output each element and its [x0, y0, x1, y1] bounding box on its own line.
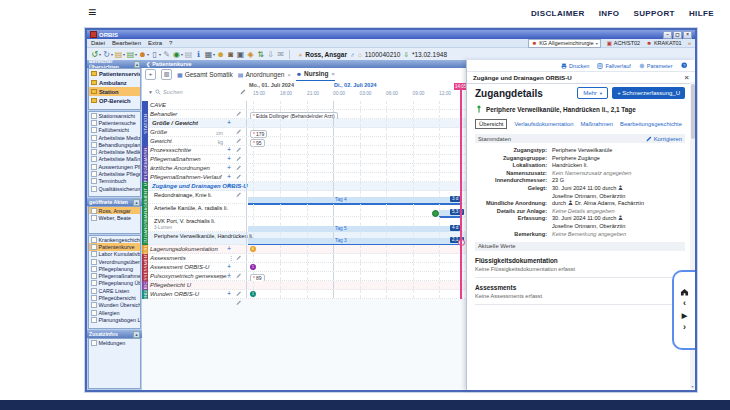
add-entry-button[interactable]: +: [227, 272, 231, 279]
sidebar-item-terminbuch[interactable]: Terminbuch: [89, 178, 140, 185]
add-tab-button[interactable]: +: [145, 69, 156, 80]
module-bericht[interactable]: BERICHT: [142, 281, 148, 290]
nav-forward-icon-caret[interactable]: ▾: [111, 52, 113, 57]
sidebar-item-patientensuche[interactable]: Patientensuche: [89, 119, 140, 126]
sidebar-item-planungsbogen-liste[interactable]: Planungsbogen Liste: [89, 316, 140, 323]
add-entry-button[interactable]: +: [227, 263, 231, 270]
add-entry-button[interactable]: +: [227, 119, 231, 126]
sidebar-item-station[interactable]: Station: [89, 87, 140, 96]
sidebar-item-meldungen[interactable]: Meldungen: [89, 339, 140, 346]
panel-tab-bearbeitungsgeschichte[interactable]: Bearbeitungsgeschichte: [620, 121, 682, 127]
module-pflegemassnahmen[interactable]: PFLEGEMASSN.: [142, 146, 148, 182]
collapse-up-icon[interactable]: ▴: [134, 61, 140, 68]
close-panel-icon[interactable]: ×: [684, 73, 689, 82]
sidebar-item-patientenkurve[interactable]: Patientenkurve: [89, 243, 140, 250]
sign-icon[interactable]: ◉: [172, 50, 181, 59]
patient-list-icon[interactable]: ☻: [138, 50, 147, 59]
sidebar-item-allergien[interactable]: Allergien: [89, 309, 140, 316]
help-button[interactable]: ?: [681, 62, 688, 69]
sidebar-item-pflege-bersicht[interactable]: Pflegeübersicht: [89, 294, 140, 301]
close-tab-icon[interactable]: ×: [332, 71, 335, 77]
add-entry-button[interactable]: +: [227, 164, 231, 171]
collapse-up-icon[interactable]: ▴: [133, 199, 140, 206]
pencil-icon[interactable]: [240, 89, 246, 95]
sidebar-item-wunden-bersicht[interactable]: Wunden Übersicht: [89, 302, 140, 309]
module-assessment[interactable]: ASSESSMENT: [142, 254, 148, 281]
close-button[interactable]: ×: [683, 31, 692, 39]
play-button[interactable]: ▶: [682, 311, 687, 320]
filter-icon[interactable]: ▼: [148, 89, 153, 95]
menu-datei[interactable]: Datei: [91, 40, 105, 46]
sidebar-item-krankengeschichte[interactable]: Krankengeschichte: [89, 236, 140, 243]
row-search[interactable]: ▼ Suchen: [148, 85, 246, 98]
sidebar-item-verordnungs-bersicht[interactable]: Verordnungsübersicht: [89, 258, 140, 265]
link-disclaimer[interactable]: DISCLAIMER: [531, 9, 585, 18]
sidebar-item-pflegeplanung[interactable]: Pflegeplanung: [89, 265, 140, 272]
sidebar-item-arbeitsliste-medikation[interactable]: Arbeitsliste Medikation: [89, 148, 140, 155]
sidebar-header-akten[interactable]: geöffnete Akten ▴: [87, 198, 142, 206]
patient-list-icon-caret[interactable]: ▾: [147, 52, 149, 57]
link-support[interactable]: SUPPORT: [633, 9, 674, 18]
menu-help[interactable]: ?: [169, 40, 172, 46]
forward-button[interactable]: ›: [683, 323, 686, 332]
tab-gesamt-somatik[interactable]: ▦ Gesamt Somatik: [177, 69, 233, 81]
collapse-up-icon[interactable]: ▴: [133, 331, 140, 338]
sidebar-item-behandlungsplanung[interactable]: Behandlungsplanung: [89, 141, 140, 148]
logout-icon[interactable]: »: [688, 40, 691, 46]
add-entry-button[interactable]: +: [227, 173, 231, 180]
edit-document-icon[interactable]: ✎: [162, 50, 171, 59]
lock-icon[interactable]: ◈: [246, 50, 255, 59]
new-document-icon[interactable]: ▯: [150, 50, 159, 59]
sidebar-item-ambulanz[interactable]: Ambulanz: [89, 78, 140, 87]
download-icon[interactable]: ⇩: [266, 50, 275, 59]
photo-icon[interactable]: ◙: [226, 50, 235, 59]
user-icon[interactable]: ☻: [216, 50, 225, 59]
hamburger-menu-icon[interactable]: ≡: [88, 4, 96, 20]
layout-button[interactable]: ▥: [161, 69, 172, 80]
link-hilfe[interactable]: HILFE: [689, 9, 714, 18]
info-icon[interactable]: ℹ: [194, 50, 203, 59]
count-badge[interactable]: 1: [250, 291, 256, 297]
sidebar-item-arbeitsliste-pflege[interactable]: Arbeitsliste Pflege: [89, 170, 140, 177]
station-context[interactable]: ▣ ACH/ST02: [607, 40, 641, 46]
schmerzerfassung-button[interactable]: + Schmerzerfassung_U: [612, 87, 685, 99]
user-context[interactable]: ☻ KRAKAT01: [646, 40, 682, 46]
home-button[interactable]: [680, 288, 689, 296]
sidebar-item-op-bereich[interactable]: OP-Bereich: [89, 96, 140, 105]
panel-tab-übersicht[interactable]: Übersicht: [475, 119, 507, 129]
print-icon[interactable]: ▤: [184, 50, 193, 59]
minimize-button[interactable]: –: [663, 31, 672, 39]
case-history-button[interactable]: Fallverlauf: [597, 63, 630, 69]
close-tab-icon[interactable]: ×: [287, 72, 290, 78]
new-document-icon-caret[interactable]: ▾: [159, 52, 161, 57]
department-select[interactable]: ☻ KG Allgemeinchirurgie ▾: [528, 39, 600, 48]
more-button[interactable]: Mehr▾: [577, 87, 608, 99]
sidebar-item-pflegema-nahmen-liste[interactable]: Pflegemaßnahmen Liste: [89, 272, 140, 279]
tab-nursing[interactable]: ☻ Nursing ×: [296, 68, 335, 82]
module-wunden[interactable]: WUNDEN: [142, 290, 148, 299]
maximize-button[interactable]: ▢: [673, 31, 682, 39]
menu-bearbeiten[interactable]: Bearbeiten: [112, 40, 141, 46]
sidebar-item-labor-kumulativbefund[interactable]: Labor Kumulativbefund: [89, 251, 140, 258]
korrigieren-button[interactable]: Korrigieren: [646, 136, 682, 142]
add-entry-button[interactable]: +: [227, 290, 231, 297]
sidebar-header-bereiche[interactable]: Bereiche/Übersichten ▴: [87, 60, 142, 68]
open-folder-icon-caret[interactable]: ▾: [123, 52, 125, 57]
tab-anordnungen[interactable]: ▤ Anordnungen ×: [238, 69, 291, 81]
panel-tab-verlaufsdokumentation[interactable]: Verlaufsdokumentation: [514, 121, 573, 127]
back-button[interactable]: ‹: [683, 299, 686, 308]
add-entry-button[interactable]: +: [227, 182, 231, 189]
mail-icon[interactable]: ✉: [276, 50, 285, 59]
print-button[interactable]: Drucken: [561, 63, 589, 69]
count-badge[interactable]: 6: [250, 246, 256, 252]
sidebar-item-stationsansicht[interactable]: Stationsansicht: [89, 112, 140, 119]
row-menu-button[interactable]: ⋮: [228, 254, 234, 261]
sidebar-item-arbeitsliste-ma-nahmen[interactable]: Arbeitsliste Maßnahmen: [89, 156, 140, 163]
sidebar-item-auswertungen-pflege[interactable]: Auswertungen Pflege: [89, 163, 140, 170]
workflow-folder-icon-caret[interactable]: ▾: [135, 52, 137, 57]
open-record-ross-ansgar[interactable]: Ross, Ansgar: [89, 207, 140, 214]
add-entry-button[interactable]: +: [227, 146, 231, 153]
link-info[interactable]: INFO: [599, 9, 620, 18]
archive-icon[interactable]: ▣: [236, 50, 245, 59]
scrollbar-thumb[interactable]: [691, 84, 695, 139]
